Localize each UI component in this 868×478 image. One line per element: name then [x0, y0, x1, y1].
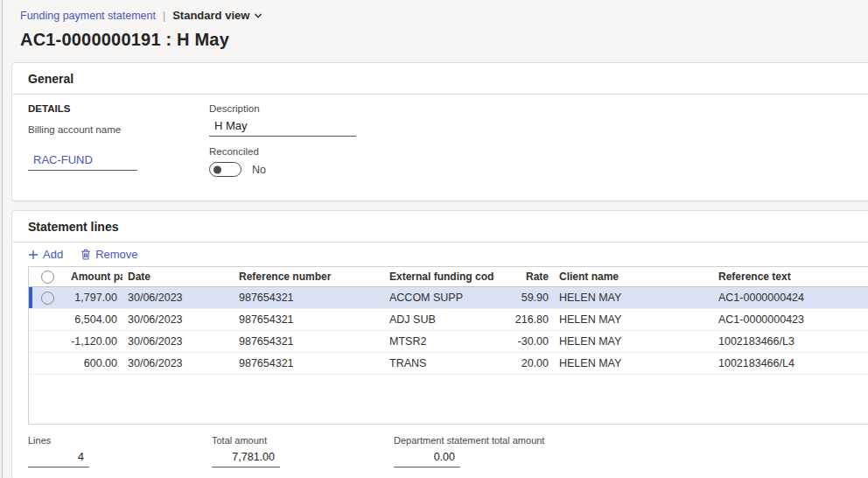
description-field[interactable]: H May: [209, 117, 356, 137]
statement-lines-section: Statement lines Add Remove Amount pai: [11, 210, 868, 478]
cell-external-funding-code[interactable]: MTSR2: [384, 335, 494, 348]
remove-button[interactable]: Remove: [80, 248, 137, 261]
general-section-header[interactable]: General: [12, 63, 868, 95]
grid-row[interactable]: 6,504.0030/06/2023987654321ADJ SUB216.80…: [29, 309, 868, 331]
cell-external-funding-code[interactable]: ACCOM SUPP: [384, 292, 494, 304]
statement-lines-totals: Lines 4 Total amount 7,781.00 Department…: [12, 425, 868, 478]
reconciled-toggle-state: No: [252, 164, 266, 176]
cell-rate[interactable]: 216.80: [494, 313, 554, 326]
column-header-reference-text[interactable]: Reference text: [713, 271, 868, 283]
billing-account-name-field[interactable]: RAC-FUND: [28, 151, 137, 171]
cell-external-funding-code[interactable]: TRANS: [384, 357, 494, 369]
cell-reference-number[interactable]: 987654321: [234, 335, 384, 348]
billing-account-name-label: Billing account name: [28, 124, 209, 135]
general-section-body: DETAILS Billing account name RAC-FUND De…: [12, 95, 868, 200]
view-selector[interactable]: Standard view: [172, 9, 262, 22]
grid-header-row: Amount paid Date Reference number Extern…: [29, 267, 868, 287]
description-label: Description: [209, 103, 356, 114]
chevron-down-icon: [254, 11, 262, 20]
trash-icon: [80, 249, 91, 260]
grid-row[interactable]: -1,120.0030/06/2023987654321MTSR2-30.00H…: [29, 331, 868, 353]
grid-body: 1,797.0030/06/2023987654321ACCOM SUPP59.…: [29, 287, 868, 375]
statement-lines-grid: Amount paid Date Reference number Extern…: [28, 266, 868, 425]
details-group-label: DETAILS: [28, 103, 209, 114]
cell-date[interactable]: 30/06/2023: [122, 313, 234, 326]
column-header-client-name[interactable]: Client name: [554, 271, 713, 283]
cell-reference-text[interactable]: AC1-0000000423: [713, 313, 868, 326]
general-section: General DETAILS Billing account name RAC…: [11, 62, 868, 201]
cell-client-name[interactable]: HELEN MAY: [554, 357, 713, 369]
cell-reference-text[interactable]: 1002183466/L3: [713, 335, 868, 348]
total-amount-label: Total amount: [212, 435, 280, 446]
statement-lines-section-header[interactable]: Statement lines: [12, 211, 868, 243]
reconciled-toggle[interactable]: [209, 162, 242, 177]
breadcrumb: Funding payment statement | Standard vie…: [3, 0, 868, 22]
cell-reference-number[interactable]: 987654321: [234, 357, 384, 369]
cell-amount-paid[interactable]: -1,120.00: [66, 335, 122, 348]
column-header-external-funding-code[interactable]: External funding code: [384, 271, 494, 283]
row-select-cell[interactable]: [29, 292, 66, 305]
cell-client-name[interactable]: HELEN MAY: [554, 313, 713, 326]
column-header-reference-number[interactable]: Reference number: [234, 271, 384, 283]
column-header-date[interactable]: Date: [122, 271, 234, 283]
cell-rate[interactable]: 59.90: [494, 292, 554, 304]
cell-rate[interactable]: 20.00: [494, 357, 554, 369]
cell-external-funding-code[interactable]: ADJ SUB: [384, 313, 494, 326]
breadcrumb-separator: |: [163, 10, 165, 22]
cell-reference-text[interactable]: 1002183466/L4: [713, 357, 868, 369]
cell-date[interactable]: 30/06/2023: [122, 357, 234, 369]
cell-amount-paid[interactable]: 6,504.00: [66, 313, 122, 326]
cell-reference-number[interactable]: 987654321: [234, 292, 384, 304]
cell-rate[interactable]: -30.00: [494, 335, 554, 348]
page-title: AC1-0000000191 : H May: [20, 30, 868, 50]
cell-reference-text[interactable]: AC1-0000000424: [713, 292, 868, 304]
select-all-radio-icon[interactable]: [41, 271, 54, 284]
row-radio-icon[interactable]: [41, 292, 54, 305]
column-header-rate[interactable]: Rate: [494, 271, 554, 283]
cell-amount-paid[interactable]: 600.00: [66, 357, 122, 369]
add-button-label: Add: [43, 248, 63, 261]
plus-icon: [28, 250, 38, 260]
cell-amount-paid[interactable]: 1,797.00: [66, 292, 122, 304]
cell-date[interactable]: 30/06/2023: [122, 292, 234, 304]
view-selector-label: Standard view: [172, 9, 249, 22]
department-total-field: 0.00: [394, 450, 460, 467]
statement-lines-toolbar: Add Remove: [12, 243, 868, 266]
cell-reference-number[interactable]: 987654321: [234, 313, 384, 326]
cell-client-name[interactable]: HELEN MAY: [554, 292, 713, 304]
select-all-cell[interactable]: [29, 271, 66, 284]
add-button[interactable]: Add: [28, 248, 63, 261]
grid-row[interactable]: 1,797.0030/06/2023987654321ACCOM SUPP59.…: [29, 287, 868, 309]
funding-payment-statement-page: Funding payment statement | Standard vie…: [2, 0, 868, 478]
cell-client-name[interactable]: HELEN MAY: [554, 335, 713, 348]
breadcrumb-link-funding-payment-statement[interactable]: Funding payment statement: [20, 10, 156, 22]
lines-count-label: Lines: [28, 435, 89, 446]
reconciled-label: Reconciled: [209, 146, 356, 157]
column-header-amount-paid[interactable]: Amount paid: [66, 271, 122, 283]
toggle-knob: [214, 165, 221, 173]
department-total-label: Department statement total amount: [394, 435, 460, 446]
total-amount-field: 7,781.00: [212, 450, 280, 467]
cell-date[interactable]: 30/06/2023: [122, 335, 234, 348]
grid-row[interactable]: 600.0030/06/2023987654321TRANS20.00HELEN…: [29, 353, 868, 375]
remove-button-label: Remove: [95, 248, 137, 261]
lines-count-field: 4: [28, 450, 89, 467]
